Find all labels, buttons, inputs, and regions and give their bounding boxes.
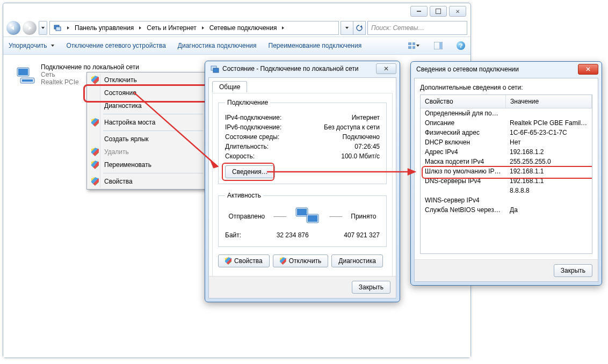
- context-item[interactable]: Состояние: [88, 86, 204, 99]
- breadcrumb[interactable]: Сеть и Интернет: [144, 24, 198, 32]
- close-button[interactable]: Закрыть: [554, 264, 592, 277]
- svg-rect-1: [56, 27, 61, 31]
- disable-device[interactable]: Отключение сетевого устройства: [66, 42, 165, 49]
- dialog-titlebar: Сведения о сетевом подключении ✕: [411, 62, 602, 77]
- table-row[interactable]: Физический адрес1C-6F-65-23-C1-7C: [421, 128, 592, 137]
- status-dialog: Состояние - Подключение по локальной сет…: [205, 61, 400, 302]
- table-row[interactable]: Адрес IPv4192.168.1.2: [421, 147, 592, 157]
- refresh-button[interactable]: [353, 21, 366, 35]
- network-icon: [53, 24, 62, 32]
- history-dropdown[interactable]: [39, 21, 47, 35]
- table-row[interactable]: WINS-сервер IPv4: [421, 195, 592, 205]
- activity-legend: Активность: [225, 192, 263, 199]
- table-row[interactable]: 8.8.8.8: [421, 186, 592, 195]
- disable-button[interactable]: Отключить: [273, 254, 329, 267]
- context-item[interactable]: Переименовать: [88, 158, 204, 171]
- minimize-button[interactable]: [410, 6, 428, 17]
- window-controls: ✕: [3, 3, 471, 19]
- activity-fieldset: Активность Отправлено —— —— Принято: [218, 192, 387, 247]
- svg-rect-2: [408, 42, 411, 45]
- table-row[interactable]: DHCP включенНет: [421, 137, 592, 147]
- svg-rect-11: [22, 79, 33, 82]
- context-item[interactable]: Диагностика: [88, 99, 204, 112]
- col-property[interactable]: Свойство: [421, 95, 506, 108]
- dialog-close-button[interactable]: ✕: [376, 63, 396, 74]
- svg-rect-9: [18, 69, 28, 75]
- computers-icon: [295, 207, 321, 226]
- svg-rect-17: [308, 215, 317, 222]
- status-value: Интернет: [352, 114, 380, 121]
- status-value: 100.0 Мбит/с: [341, 152, 380, 160]
- connection-legend: Подключение: [225, 99, 270, 106]
- dialog-close-button[interactable]: ✕: [578, 64, 598, 75]
- diagnose-button[interactable]: Диагностика: [331, 254, 383, 267]
- context-item[interactable]: Отключить: [88, 74, 204, 86]
- col-value[interactable]: Значение: [506, 95, 592, 108]
- status-value: 07:26:45: [354, 143, 380, 150]
- maximize-button[interactable]: [430, 6, 447, 17]
- status-key: Состояние среды:: [225, 133, 279, 141]
- preview-pane-button[interactable]: [432, 39, 445, 52]
- details-button[interactable]: Сведения…: [225, 165, 275, 178]
- sent-label: Отправлено: [229, 213, 265, 220]
- details-label: Дополнительные сведения о сети:: [420, 84, 592, 91]
- status-key: IPv6-подключение:: [225, 123, 281, 131]
- properties-button[interactable]: Свойства: [218, 254, 270, 267]
- table-row[interactable]: Служба NetBIOS через…Да: [421, 205, 592, 215]
- forward-button: [23, 21, 37, 35]
- rename-connection[interactable]: Переименование подключения: [269, 42, 362, 49]
- close-button[interactable]: ✕: [449, 6, 466, 17]
- sent-bytes: 32 234 876: [241, 231, 344, 239]
- status-key: Скорость:: [225, 152, 255, 160]
- table-row[interactable]: Определенный для по…: [421, 108, 592, 118]
- status-key: IPv4-подключение:: [225, 114, 281, 121]
- context-item[interactable]: Создать ярлык: [88, 133, 204, 145]
- svg-rect-15: [297, 209, 307, 215]
- context-menu: ОтключитьСостояниеДиагностикаНастройка м…: [86, 72, 206, 190]
- addr-dropdown[interactable]: [341, 21, 353, 35]
- table-row[interactable]: Маска подсети IPv4255.255.255.0: [421, 157, 592, 166]
- dialog-title: Состояние - Подключение по локальной сет…: [222, 65, 359, 72]
- svg-rect-4: [408, 46, 411, 49]
- details-dialog: Сведения о сетевом подключении ✕ Дополни…: [410, 61, 602, 286]
- svg-rect-7: [439, 42, 442, 49]
- breadcrumb[interactable]: Сетевые подключения: [207, 24, 279, 32]
- details-grid: Свойство Значение Определенный для по…Оп…: [420, 94, 592, 254]
- search-placeholder: Поиск: Сетевы…: [371, 24, 424, 32]
- nav-bar: Панель управления Сеть и Интернет Сетевы…: [3, 19, 471, 37]
- tab-general[interactable]: Общие: [212, 81, 247, 92]
- address-bar[interactable]: Панель управления Сеть и Интернет Сетевы…: [49, 21, 339, 35]
- table-row[interactable]: ОписаниеRealtek PCIe GBE Family Controll…: [421, 118, 592, 128]
- search-input[interactable]: Поиск: Сетевы…: [367, 21, 467, 35]
- context-item: Удалить: [88, 145, 204, 158]
- dialog-titlebar: Состояние - Подключение по локальной сет…: [205, 61, 400, 76]
- recv-bytes: 407 921 327: [344, 231, 380, 239]
- context-item[interactable]: Настройка моста: [88, 116, 204, 129]
- status-value: Без доступа к сети: [324, 123, 380, 131]
- view-icons-button[interactable]: [407, 39, 420, 52]
- status-key: Длительность:: [225, 143, 269, 150]
- bytes-label: Байт:: [225, 231, 241, 239]
- conn-name: Подключение по локальной сети: [41, 63, 139, 71]
- svg-rect-3: [412, 42, 415, 45]
- connection-fieldset: Подключение IPv4-подключение:ИнтернетIPv…: [218, 99, 387, 184]
- toolbar: Упорядочить Отключение сетевого устройст…: [3, 37, 471, 55]
- context-item[interactable]: Свойства: [88, 175, 204, 188]
- svg-rect-13: [213, 68, 219, 72]
- organize-menu[interactable]: Упорядочить: [9, 42, 54, 49]
- close-button[interactable]: Закрыть: [352, 281, 390, 294]
- recv-label: Принято: [351, 213, 376, 220]
- table-row[interactable]: DNS-серверы IPv4192.168.1.1: [421, 176, 592, 186]
- back-button[interactable]: [6, 21, 20, 35]
- dialog-title: Сведения о сетевом подключении: [416, 65, 519, 73]
- table-row[interactable]: Шлюз по умолчанию IP…192.168.1.1: [421, 166, 592, 176]
- help-icon[interactable]: ?: [457, 41, 465, 50]
- diagnose-connection[interactable]: Диагностика подключения: [178, 42, 257, 49]
- status-value: Подключено: [343, 133, 380, 141]
- breadcrumb[interactable]: Панель управления: [73, 24, 136, 32]
- address-controls: [341, 21, 366, 35]
- status-icon: [211, 64, 219, 73]
- lan-icon: [15, 63, 37, 85]
- svg-rect-5: [412, 46, 415, 49]
